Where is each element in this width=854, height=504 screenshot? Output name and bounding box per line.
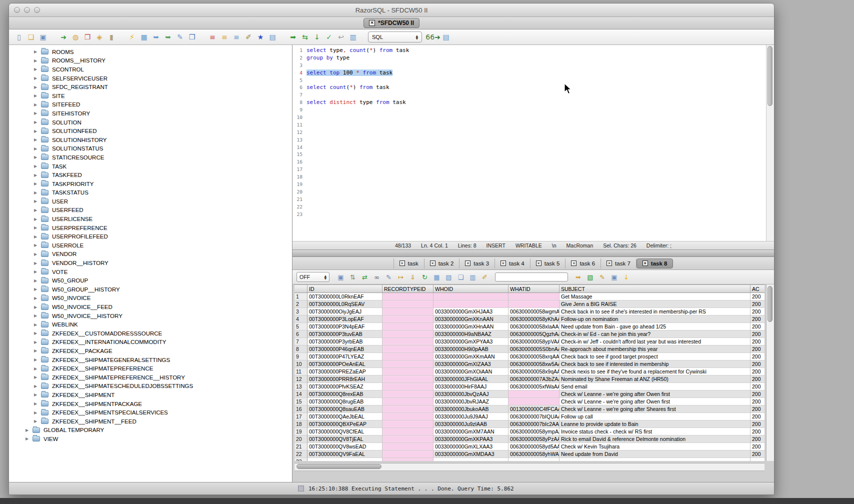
disclosure-triangle-icon[interactable]: ▶	[34, 50, 41, 54]
disclosure-triangle-icon[interactable]: ▶	[34, 111, 41, 116]
grid-cell[interactable]: 006300000058xlaAAA	[508, 323, 560, 330]
grid-cell[interactable]: 00T3000000QAeJbEAL	[308, 413, 382, 420]
grid-cell[interactable]: 00T3000000P46qnEAB	[308, 346, 382, 353]
grid-cell[interactable]: 00T3000000QV9FaEAL	[308, 450, 382, 458]
tree-item-vendor[interactable]: ▶VENDOR	[9, 250, 292, 259]
editor-line[interactable]: 22	[292, 203, 766, 210]
disclosure-triangle-icon[interactable]: ▶	[26, 436, 32, 441]
grid-cell[interactable]	[382, 338, 434, 346]
grid-cell[interactable]	[750, 458, 764, 461]
grid-cell[interactable]	[382, 420, 434, 428]
grid-cell[interactable]: 0033000000GmXKmAAN	[434, 353, 508, 360]
query-builder-icon[interactable]: ▦	[139, 32, 149, 42]
grid-cell[interactable]: 00630000005QgzhAAC	[508, 330, 560, 338]
describe-table-icon[interactable]: ≡	[208, 32, 218, 42]
disclosure-triangle-icon[interactable]: ▶	[34, 252, 41, 256]
disclosure-triangle-icon[interactable]: ▶	[34, 287, 41, 292]
tree-item-taskfeed[interactable]: ▶TASKFEED	[9, 170, 292, 180]
grid-cell[interactable]: 0033000000JbukoAAB	[434, 406, 508, 413]
grid-cell[interactable]: 0033000000H9aNBAAZ	[434, 330, 508, 338]
copy-icon[interactable]: ❏	[456, 272, 466, 282]
disclosure-triangle-icon[interactable]: ▶	[34, 392, 41, 397]
grid-cell[interactable]: 006300000058yPzAAI	[508, 436, 560, 443]
disclosure-triangle-icon[interactable]: ▶	[26, 428, 32, 432]
grid-cell[interactable]	[382, 300, 434, 308]
grid-cell[interactable]	[382, 390, 434, 398]
disclosure-triangle-icon[interactable]: ▶	[34, 340, 41, 344]
grid-cell[interactable]: 200	[750, 406, 764, 413]
close-window-icon[interactable]	[14, 7, 20, 13]
grid-cell[interactable]: 200	[750, 330, 764, 338]
disclosure-triangle-icon[interactable]: ▶	[34, 366, 41, 371]
grid-cell[interactable]	[382, 458, 434, 461]
editor-line[interactable]: 21	[292, 196, 766, 203]
editor-line[interactable]: 13	[292, 136, 766, 144]
grid-cell[interactable]	[434, 293, 508, 300]
tree-item-zkfedex-shipment-feed[interactable]: ▶ZKFEDEX__SHIPMENT__FEED	[9, 417, 292, 426]
grid-cell[interactable]	[382, 323, 434, 330]
grid-cell[interactable]: Re-approach about membership this year	[560, 346, 750, 353]
edit-cell-icon[interactable]: ✎	[384, 272, 394, 282]
open-file-icon[interactable]: ❏	[26, 32, 36, 42]
editor-line[interactable]: 2group by type	[292, 54, 766, 62]
tree-item-zkfedex-shipment[interactable]: ▶ZKFEDEX__SHIPMENT	[9, 390, 292, 400]
row-number-cell[interactable]: 19	[294, 428, 308, 436]
tree-item-w50-invoice-feed[interactable]: ▶W50_INVOICE__FEED	[9, 302, 292, 312]
grid-cell[interactable]	[508, 293, 560, 300]
row-number-cell[interactable]: 13	[294, 383, 308, 390]
scrollbar-thumb[interactable]	[768, 286, 772, 322]
grid-cell[interactable]: 00T3000000P3N4pEAF	[308, 323, 382, 330]
edit-results-icon[interactable]: ✎	[598, 272, 607, 282]
tree-item-w50-group-history[interactable]: ▶W50_GROUP__HISTORY	[9, 285, 292, 294]
grid-cell[interactable]: Rick to email David & reference Delmonte…	[560, 436, 750, 443]
documentation-book-icon[interactable]: ❒	[187, 32, 197, 42]
grid-cell[interactable]: 006300000058yKhAAI	[508, 316, 560, 323]
grid-cell[interactable]	[382, 368, 434, 376]
grid-cell[interactable]: 00630000007A3bZAAS	[508, 376, 560, 383]
save-results-icon[interactable]: ▣	[336, 272, 346, 282]
editor-line[interactable]: 17	[292, 166, 766, 173]
editor-line[interactable]: 11	[292, 121, 766, 128]
disclosure-triangle-icon[interactable]: ▶	[34, 322, 41, 327]
grid-cell[interactable]: 00T3000000POeAnEAL	[308, 360, 382, 368]
disclosure-triangle-icon[interactable]: ▶	[34, 94, 41, 98]
grid-cell[interactable]: 200	[750, 308, 764, 316]
tree-item-zkfedex-package[interactable]: ▶ZKFEDEX__PACKAGE	[9, 346, 292, 356]
column-header-recordtypeid[interactable]: RECORDTYPEID	[382, 285, 434, 292]
disclosure-triangle-icon[interactable]: ▶	[34, 85, 41, 90]
sort-filter-icon[interactable]: ⇅	[348, 272, 358, 282]
add-connection-icon[interactable]: ◈	[94, 32, 104, 42]
tree-item-solutionhistory[interactable]: ▶SOLUTIONHISTORY	[9, 136, 292, 144]
grid-cell[interactable]: 00630000005xfWaAAI	[508, 383, 560, 390]
disclosure-triangle-icon[interactable]: ▶	[34, 217, 41, 222]
tree-item-w50-group[interactable]: ▶W50_GROUP	[9, 276, 292, 285]
editor-vertical-scrollbar[interactable]	[766, 45, 774, 241]
column-header-ac[interactable]: AC	[750, 285, 764, 292]
grid-cell[interactable]: 00T3000000QBXPeEAP	[308, 420, 382, 428]
highlight-pen-icon[interactable]: ✐	[480, 272, 490, 282]
grid-cell[interactable]: Send email	[560, 383, 750, 390]
grid-vertical-scrollbar[interactable]	[766, 284, 774, 461]
disclosure-triangle-icon[interactable]: ▶	[34, 243, 41, 248]
tab-close-icon[interactable]: ✕	[642, 260, 648, 266]
grid-cell[interactable]: 0013000000C4fFCAAZ	[508, 406, 560, 413]
tree-item-global-temporary[interactable]: ▶GLOBAL TEMPORARY	[9, 426, 292, 435]
grid-cell[interactable]	[434, 458, 508, 461]
editor-line[interactable]: 14	[292, 144, 766, 151]
grid-cell[interactable]: 006300000058ypVAAQ	[508, 338, 560, 346]
disclosure-triangle-icon[interactable]: ▶	[34, 384, 41, 388]
tree-item-userprofilefeed[interactable]: ▶USERPROFILEFEED	[9, 232, 292, 241]
editor-line[interactable]: 5	[292, 76, 766, 84]
limit-select[interactable]: OFF ▲▼	[296, 272, 330, 282]
grid-cell[interactable]: 00T3000000P3yrbEAB	[308, 338, 382, 346]
tree-item-w50-invoice[interactable]: ▶W50_INVOICE	[9, 294, 292, 303]
document-tab[interactable]: ✕ *SFDCW50 II	[364, 18, 420, 28]
disclosure-triangle-icon[interactable]: ▶	[34, 155, 41, 160]
row-number-cell[interactable]: 15	[294, 398, 308, 406]
grid-cell[interactable]: Check back in to see if she's interested…	[560, 308, 750, 316]
disclosure-triangle-icon[interactable]: ▶	[34, 67, 41, 72]
grid-cell[interactable]: 200	[750, 353, 764, 360]
disclosure-triangle-icon[interactable]: ▶	[34, 58, 41, 63]
tree-item-userpreference[interactable]: ▶USERPREFERENCE	[9, 224, 292, 232]
row-number-cell[interactable]: 7	[294, 338, 308, 346]
